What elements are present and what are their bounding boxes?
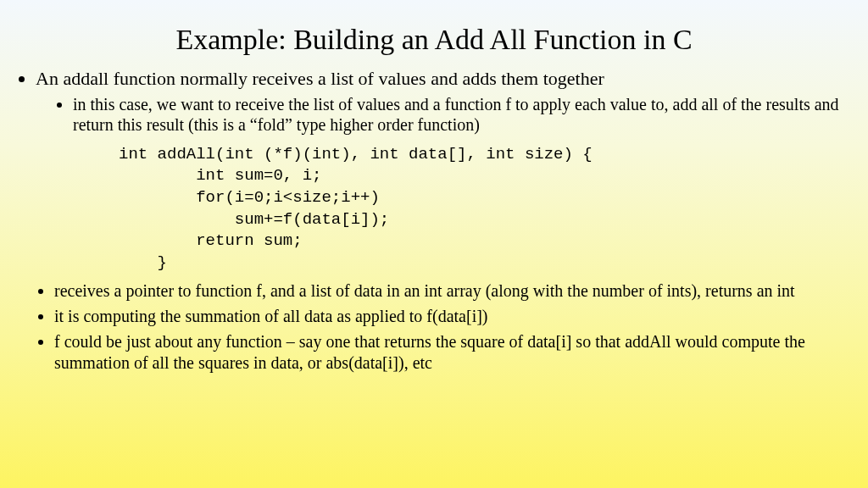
sub-bullet-4: f could be just about any function – say… [54, 331, 851, 374]
sub-bullet-list-1: in this case, we want to receive the lis… [36, 94, 851, 136]
top-bullet-item: An addall function normally receives a l… [36, 68, 851, 136]
slide-title: Example: Building an Add All Function in… [17, 24, 851, 56]
sub-bullet-1: in this case, we want to receive the lis… [73, 94, 851, 136]
top-bullet-list: An addall function normally receives a l… [17, 68, 851, 136]
top-bullet-text: An addall function normally receives a l… [36, 68, 604, 89]
sub-bullet-list-2: receives a pointer to function f, and a … [17, 280, 851, 374]
code-block: int addAll(int (*f)(int), int data[], in… [119, 144, 851, 274]
sub-bullet-2: receives a pointer to function f, and a … [54, 280, 851, 302]
sub-bullet-3: it is computing the summation of all dat… [54, 306, 851, 328]
